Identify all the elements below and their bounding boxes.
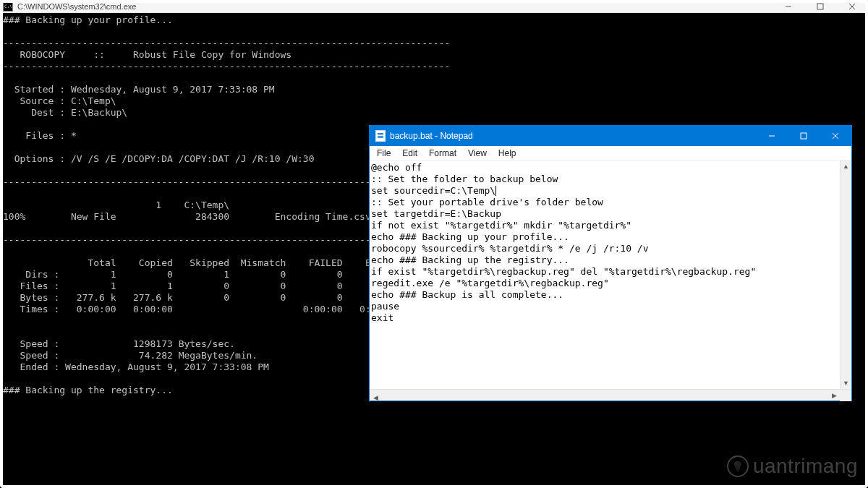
close-icon bbox=[832, 132, 839, 140]
svg-rect-5 bbox=[801, 133, 807, 139]
minimize-button[interactable] bbox=[773, 0, 804, 13]
notepad-menubar: File Edit Format View Help bbox=[370, 146, 851, 160]
scroll-up-icon[interactable]: ▲ bbox=[841, 160, 851, 172]
watermark: uantrimang bbox=[727, 455, 858, 478]
text-cursor bbox=[495, 186, 496, 196]
notepad-titlebar[interactable]: backup.bat - Notepad bbox=[370, 126, 851, 146]
close-button[interactable] bbox=[820, 126, 851, 146]
scrollbar-horizontal[interactable]: ◀ ▶ bbox=[370, 389, 851, 401]
cmd-titlebar[interactable]: C:\WINDOWS\system32\cmd.exe bbox=[0, 0, 868, 13]
notepad-icon bbox=[375, 130, 386, 142]
cmd-title: C:\WINDOWS\system32\cmd.exe bbox=[16, 2, 773, 11]
cmd-icon bbox=[3, 1, 13, 12]
scroll-left-icon[interactable]: ◀ bbox=[370, 392, 381, 403]
minimize-icon bbox=[768, 132, 775, 140]
notepad-textarea[interactable]: @echo off :: Set the folder to backup be… bbox=[370, 160, 840, 389]
notepad-window: backup.bat - Notepad File Edit Format Vi… bbox=[369, 125, 852, 401]
menu-help[interactable]: Help bbox=[493, 147, 522, 159]
bulb-icon bbox=[727, 455, 749, 477]
scroll-corner bbox=[840, 390, 851, 401]
maximize-button[interactable] bbox=[788, 126, 820, 146]
watermark-text: uantrimang bbox=[753, 455, 858, 478]
minimize-icon bbox=[785, 3, 792, 10]
menu-view[interactable]: View bbox=[462, 147, 493, 159]
maximize-icon bbox=[800, 132, 807, 140]
close-button[interactable] bbox=[836, 0, 868, 13]
menu-format[interactable]: Format bbox=[423, 147, 462, 159]
scroll-down-icon[interactable]: ▼ bbox=[841, 377, 851, 389]
svg-rect-1 bbox=[817, 4, 823, 9]
menu-edit[interactable]: Edit bbox=[396, 147, 423, 159]
menu-file[interactable]: File bbox=[371, 147, 396, 159]
maximize-icon bbox=[817, 3, 824, 10]
maximize-button[interactable] bbox=[804, 0, 836, 13]
close-icon bbox=[848, 3, 856, 10]
scrollbar-vertical[interactable]: ▲ ▼ bbox=[840, 160, 851, 389]
scroll-right-icon[interactable]: ▶ bbox=[828, 390, 840, 401]
notepad-title: backup.bat - Notepad bbox=[390, 131, 756, 141]
minimize-button[interactable] bbox=[756, 126, 788, 146]
